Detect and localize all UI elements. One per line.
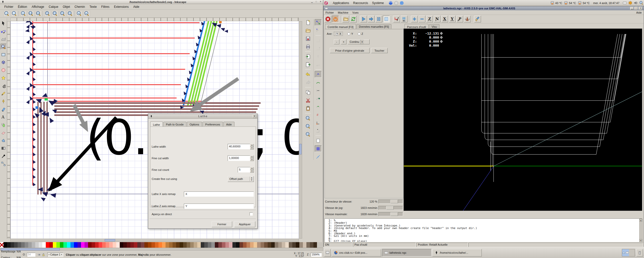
dialog-tab-options[interactable]: Options xyxy=(187,122,202,127)
color-swatch[interactable] xyxy=(180,242,183,248)
color-swatch[interactable] xyxy=(63,242,67,248)
clear-plot-button[interactable] xyxy=(474,16,481,22)
temperature-sensor-icon[interactable] xyxy=(550,1,555,6)
color-swatch[interactable] xyxy=(56,242,60,248)
spinner-arrows-icon[interactable]: ▲▼ xyxy=(250,167,254,173)
axis-titlebar[interactable]: lathetestz.ngc - AXIS 2.5.0~pre sur EMC-… xyxy=(324,6,644,10)
fill-value[interactable]: N/A xyxy=(17,250,21,256)
view-tab-0[interactable]: Parcours d'outil xyxy=(405,24,428,29)
color-swatch[interactable] xyxy=(313,242,317,248)
paint-bucket-tool[interactable] xyxy=(1,137,7,143)
gcode-listing[interactable]: 1:%2:(Header)3:(Generated by gcodetools … xyxy=(325,218,642,242)
zoom-tool[interactable] xyxy=(1,44,7,50)
color-swatch[interactable] xyxy=(204,242,208,248)
node-editor-tool[interactable] xyxy=(1,28,7,34)
new-document-button[interactable] xyxy=(304,19,311,26)
view-z-button[interactable]: Z xyxy=(426,16,433,22)
snap-midpoints-button[interactable]: # xyxy=(315,111,322,118)
axis-menu-machine[interactable]: Machine xyxy=(336,11,350,14)
zoom-previous-icon[interactable]: ◂ xyxy=(76,10,83,17)
undo-button[interactable] xyxy=(304,71,311,78)
color-swatch[interactable] xyxy=(85,242,88,248)
axis-menu-aide[interactable]: Aide xyxy=(634,11,644,14)
view-x-button[interactable]: X xyxy=(441,16,448,22)
color-swatch[interactable] xyxy=(144,242,148,248)
color-swatch[interactable] xyxy=(285,242,289,248)
spiral-tool[interactable] xyxy=(1,83,7,89)
jog-speed-combo[interactable]: Continu▼ xyxy=(348,39,370,44)
layer-visibility-icon[interactable] xyxy=(37,253,41,256)
zoom-out-button[interactable] xyxy=(419,16,425,22)
zoom-page-icon[interactable] xyxy=(59,10,66,17)
snap-to-paths-button[interactable] xyxy=(315,79,322,86)
color-swatch[interactable] xyxy=(197,242,201,248)
screenshot-tool-launcher-icon[interactable] xyxy=(394,1,399,6)
color-swatch[interactable] xyxy=(99,242,102,248)
menu-chemin[interactable]: Chemin xyxy=(72,5,87,9)
taskbar-task[interactable]: cnc-club.ru • Edit pos... xyxy=(332,249,381,256)
color-swatch[interactable] xyxy=(53,242,56,248)
web-globe-launcher-icon[interactable] xyxy=(399,1,404,6)
color-swatch[interactable] xyxy=(201,242,204,248)
gcode-line[interactable]: 7:G21 (All units in mm) xyxy=(325,235,642,237)
snap-smooth-nodes-button[interactable] xyxy=(315,103,322,110)
color-swatch[interactable] xyxy=(296,242,299,248)
color-swatch[interactable] xyxy=(25,242,28,248)
gcode-line[interactable]: 8: xyxy=(325,238,642,240)
create-fine-cut-combo[interactable]: Offset path▲ ▼ xyxy=(228,176,254,182)
debian-menu-icon[interactable] xyxy=(324,1,329,6)
snap-bbox-edge-midpoints-button[interactable] xyxy=(315,53,322,60)
color-swatch[interactable] xyxy=(158,242,162,248)
zoom-drawing-icon[interactable] xyxy=(52,10,58,17)
snap-nodes-button[interactable] xyxy=(315,71,322,78)
color-swatch[interactable] xyxy=(229,242,232,248)
close-icon[interactable]: ✕ xyxy=(639,7,642,10)
toolpath-preview[interactable]: X:-12.131Y:0.000Z:0.000Vel:0.000 xyxy=(404,28,642,211)
color-swatch[interactable] xyxy=(35,242,39,248)
vitesse-maximale-slider[interactable] xyxy=(378,212,403,216)
color-swatch[interactable] xyxy=(190,242,194,248)
color-swatch[interactable] xyxy=(116,242,120,248)
zoom-to-page-button[interactable] xyxy=(304,131,311,138)
dialog-tab-aide[interactable]: Aide xyxy=(223,122,234,127)
canvas-horizontal-scrollbar[interactable] xyxy=(10,239,299,242)
color-swatch[interactable] xyxy=(183,242,187,248)
stop-program-button[interactable] xyxy=(383,16,390,22)
menu-aide[interactable]: Aide xyxy=(131,5,142,9)
clock[interactable]: mer. 4 août, 18:47:47 xyxy=(593,2,619,5)
close-icon[interactable]: ✕ xyxy=(319,1,322,4)
color-swatch[interactable] xyxy=(60,242,63,248)
temperature-sensor-icon[interactable] xyxy=(564,1,569,6)
zoom-out-icon[interactable]: − xyxy=(11,10,18,17)
taskbar-task[interactable]: /home/nico/cnc/lathe/... xyxy=(432,249,482,256)
color-swatch[interactable] xyxy=(222,242,225,248)
menu-fichier[interactable]: Fichier xyxy=(2,5,16,9)
lathe-x-axis-remap-input[interactable]: X xyxy=(184,191,254,197)
zoom-to-drawing-button[interactable] xyxy=(304,123,311,130)
panel-menu-raccourcis[interactable]: Raccourcis xyxy=(351,1,370,5)
jog-plus-button[interactable]: + xyxy=(341,39,346,44)
color-swatch[interactable] xyxy=(120,242,123,248)
menu-calque[interactable]: Calque xyxy=(47,5,61,9)
zoom-1-2-icon[interactable]: 1:2 xyxy=(28,10,34,17)
color-swatch[interactable] xyxy=(303,242,306,248)
color-swatch[interactable] xyxy=(254,242,257,248)
print-document-button[interactable] xyxy=(304,43,311,50)
color-swatch[interactable] xyxy=(264,242,268,248)
gcode-line[interactable]: 9:G17 (Using XY plane) xyxy=(325,240,642,242)
color-swatch[interactable] xyxy=(243,242,247,248)
ellipse-tool[interactable] xyxy=(1,67,7,73)
color-swatch[interactable] xyxy=(67,242,70,248)
tweak-tool[interactable] xyxy=(1,36,7,42)
color-swatch[interactable] xyxy=(211,242,215,248)
stroke-value[interactable]: N/A xyxy=(17,256,21,258)
dialog-tab-path-to-gcode[interactable]: Path to Gcode xyxy=(163,122,186,127)
color-swatch[interactable] xyxy=(162,242,166,248)
snap-bbox-corners-button[interactable] xyxy=(315,45,322,52)
connector-tool[interactable] xyxy=(1,161,7,167)
color-swatch[interactable] xyxy=(275,242,278,248)
workspace-switcher[interactable] xyxy=(622,249,635,256)
zoom-1-1-icon[interactable]: 1 xyxy=(20,10,27,17)
no-color-swatch[interactable] xyxy=(0,242,4,248)
color-swatch[interactable] xyxy=(278,242,282,248)
